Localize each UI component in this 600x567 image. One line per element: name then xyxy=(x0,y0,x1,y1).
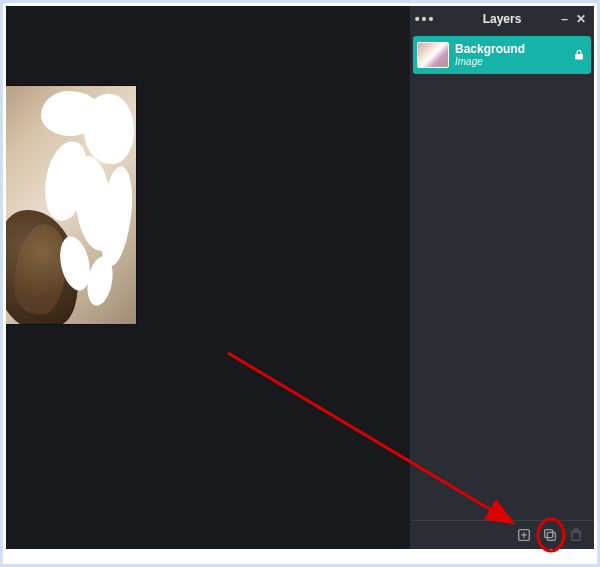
layer-type: Image xyxy=(455,56,567,67)
svg-rect-3 xyxy=(547,532,555,540)
panel-window-controls: – ✕ xyxy=(561,13,594,25)
panel-minimize-button[interactable]: – xyxy=(561,13,568,25)
layer-list: Background Image xyxy=(410,32,594,520)
canvas-area[interactable] xyxy=(6,6,409,549)
canvas-image[interactable] xyxy=(6,86,136,324)
duplicate-layer-button[interactable] xyxy=(542,527,558,543)
layer-text: Background Image xyxy=(455,43,567,67)
svg-rect-4 xyxy=(545,530,553,538)
panel-header: ••• Layers – ✕ xyxy=(410,6,594,32)
layers-panel: ••• Layers – ✕ Background Image xyxy=(409,6,594,549)
lock-icon[interactable] xyxy=(573,49,585,61)
app-inner: ••• Layers – ✕ Background Image xyxy=(6,6,594,549)
panel-title: Layers xyxy=(483,12,522,26)
panel-more-button[interactable]: ••• xyxy=(410,11,440,27)
svg-rect-5 xyxy=(572,532,580,541)
panel-footer xyxy=(410,520,594,549)
layer-row-background[interactable]: Background Image xyxy=(413,36,591,74)
add-layer-button[interactable] xyxy=(516,527,532,543)
erase-stroke xyxy=(84,94,134,164)
layer-thumbnail xyxy=(417,42,449,68)
app-frame: ••• Layers – ✕ Background Image xyxy=(0,0,600,567)
panel-close-button[interactable]: ✕ xyxy=(576,13,586,25)
layer-name: Background xyxy=(455,43,567,56)
delete-layer-button[interactable] xyxy=(568,527,584,543)
